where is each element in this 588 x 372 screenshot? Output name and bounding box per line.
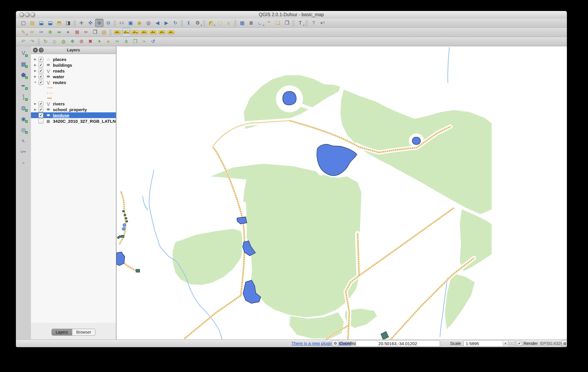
add-wcs-layer-icon[interactable]: ◉+ [19, 114, 28, 123]
chevron-down-icon[interactable]: ▼ [503, 341, 508, 346]
deselect-features-icon[interactable]: ⬚ [216, 19, 224, 27]
layer-visibility-checkbox[interactable]: ✓ [38, 101, 43, 106]
new-shapefile-layer-icon[interactable]: V✏ [19, 147, 28, 156]
dropdown-arrow-icon[interactable]: ▾ [26, 33, 27, 36]
split-parts-icon[interactable]: ⋔ [122, 37, 130, 46]
rotate-feature-icon[interactable]: ↻ [41, 37, 50, 46]
layer-labeling-options-icon[interactable]: abc [113, 28, 121, 36]
rotate-point-symbols-icon[interactable]: ↺ [149, 37, 157, 46]
zoom-in-icon[interactable]: ⊕ [95, 19, 103, 27]
expand-arrow-icon[interactable]: ▶ [33, 114, 37, 117]
select-by-expression-icon[interactable]: ε [225, 19, 233, 27]
expand-arrow-icon[interactable]: ▶ [33, 58, 37, 61]
layer-item-water[interactable]: ▶✓⬬water [31, 74, 116, 79]
pin-unpin-labels-icon[interactable]: ab [122, 28, 130, 36]
scale-combobox[interactable]: 1:5895 ▼ [463, 340, 509, 347]
rotate-label-icon[interactable]: abc [158, 28, 166, 36]
fill-ring-icon[interactable]: ● [104, 37, 112, 46]
layer-item-rivers[interactable]: ▶✓⋁rivers [31, 101, 116, 107]
text-annotation-icon[interactable]: T▾ [296, 19, 304, 27]
new-bookmark-icon[interactable]: ❏ [274, 19, 282, 27]
expand-arrow-icon[interactable]: ▶ [33, 69, 37, 72]
panel-tab-layers[interactable]: Layers [51, 329, 72, 336]
expand-arrow-icon[interactable]: ▶ [33, 75, 37, 78]
move-label-icon[interactable]: abc [149, 28, 157, 36]
composer-manager-icon[interactable]: ◨ [64, 19, 72, 27]
delete-ring-icon[interactable]: ⊘ [77, 37, 86, 46]
add-feature-icon[interactable]: ❉ [46, 28, 54, 36]
layer-item-3420C_2010_327_RGB_LATLNG[interactable]: ▦3420C_2010_327_RGB_LATLNG [31, 118, 116, 124]
expand-arrow-icon[interactable]: ▶ [33, 108, 37, 111]
add-wms-layer-icon[interactable]: ◍+ [19, 103, 28, 112]
zoom-next-icon[interactable]: ▶ [162, 19, 171, 27]
map-canvas[interactable] [117, 46, 567, 340]
statistical-summary-icon[interactable]: ≣ [247, 19, 255, 27]
expand-arrow-icon[interactable]: ▼ [33, 81, 37, 84]
layer-visibility-checkbox[interactable]: ✓ [38, 74, 43, 79]
merge-attributes-icon[interactable]: ≈ [140, 37, 148, 46]
zoom-last-icon[interactable]: ◀ [153, 19, 162, 27]
add-delimited-text-layer-icon[interactable]: 9, [19, 136, 28, 145]
measure-icon[interactable]: ∟▾ [256, 19, 264, 27]
expand-arrow-icon[interactable]: ▶ [33, 64, 37, 66]
map-tips-icon[interactable]: ❝ [265, 19, 273, 27]
layer-visibility-checkbox[interactable]: ✓ [38, 80, 43, 85]
add-raster-layer-icon[interactable]: ▦+ [19, 59, 28, 68]
dropdown-arrow-icon[interactable]: ▾ [214, 24, 215, 27]
dropdown-arrow-icon[interactable]: ▾ [263, 24, 264, 27]
layer-item-routes[interactable]: ▼✓⋁routes [31, 79, 116, 85]
layer-item-landuse[interactable]: ▶✓⬬landuse [31, 112, 116, 118]
open-attribute-table-icon[interactable]: ▦ [238, 19, 246, 27]
change-label-icon[interactable]: abc [167, 28, 175, 36]
layer-visibility-checkbox[interactable]: ✓ [38, 113, 43, 118]
dropdown-arrow-icon[interactable]: ▾ [303, 24, 304, 27]
coordinate-input[interactable]: 20.50163,-34.01202 [356, 340, 440, 347]
layer-visibility-checkbox[interactable]: ✓ [38, 107, 43, 112]
new-project-icon[interactable]: ▢ [19, 19, 27, 27]
redo-icon[interactable]: ↷ [28, 37, 36, 46]
add-ring-icon[interactable]: ◍ [59, 37, 68, 46]
toggle-editing-icon[interactable]: ✏ [28, 28, 36, 36]
add-mssql-layer-icon[interactable]: ⟆+ [19, 92, 28, 101]
add-postgis-layer-icon[interactable]: ⬟+ [19, 70, 28, 79]
highlight-pinned-labels-icon[interactable]: ab [131, 28, 139, 36]
show-bookmarks-icon[interactable]: ❐ [283, 19, 291, 27]
zoom-native-icon[interactable]: 1:1 [117, 19, 126, 27]
layer-item-roads[interactable]: ▶✓⋁roads [31, 68, 116, 74]
pan-to-selection-icon[interactable]: ✜ [86, 19, 95, 27]
panel-tab-browser[interactable]: Browser [72, 329, 95, 336]
copy-features-icon[interactable]: ❐ [91, 28, 99, 36]
refresh-map-icon[interactable]: ↻ [171, 19, 180, 27]
zoom-to-layer-icon[interactable]: ◎ [144, 19, 153, 27]
layer-visibility-checkbox[interactable]: ✓ [38, 63, 43, 68]
save-project-icon[interactable]: ⬓ [37, 19, 45, 27]
split-features-icon[interactable]: ✂ [113, 37, 121, 46]
simplify-feature-icon[interactable]: ◇ [50, 37, 59, 46]
open-project-icon[interactable]: ▨ [28, 19, 36, 27]
plugin-icon[interactable]: ⚙ [332, 340, 339, 347]
zoom-out-icon[interactable]: ⊖ [104, 19, 112, 27]
render-checkbox[interactable]: ✓ [517, 341, 522, 346]
resize-grip[interactable] [562, 343, 566, 347]
layer-visibility-checkbox[interactable] [38, 119, 43, 124]
current-edits-icon[interactable]: ✎▾ [19, 28, 27, 36]
add-vector-layer-icon[interactable]: V+ [19, 48, 28, 57]
layer-item-places[interactable]: ▶✓∴places [31, 56, 116, 62]
save-layer-edits-icon[interactable]: ✑ [37, 28, 45, 36]
identify-features-icon[interactable]: ℹ [184, 19, 193, 27]
undo-icon[interactable]: ↶ [19, 37, 27, 46]
add-part-icon[interactable]: ❖ [68, 37, 77, 46]
node-tool-icon[interactable]: ⌖ [64, 28, 72, 36]
pan-map-icon[interactable]: ✛ [77, 19, 86, 27]
paste-features-icon[interactable]: ▤ [100, 28, 108, 36]
cut-features-icon[interactable]: ✂ [82, 28, 90, 36]
help-contents-icon[interactable]: ? [309, 19, 318, 27]
move-feature-icon[interactable]: ➠ [55, 28, 63, 36]
zoom-to-selection-icon[interactable]: ◉ [135, 19, 144, 27]
merge-features-icon[interactable]: ❒ [131, 37, 139, 46]
run-feature-action-icon[interactable]: ⚙▾ [193, 19, 202, 27]
delete-part-icon[interactable]: ✖ [86, 37, 95, 46]
delete-selected-icon[interactable]: ⊠ [73, 28, 81, 36]
layer-item-buildings[interactable]: ▶✓⬬buildings [31, 62, 116, 68]
layer-visibility-checkbox[interactable]: ✓ [38, 68, 43, 73]
